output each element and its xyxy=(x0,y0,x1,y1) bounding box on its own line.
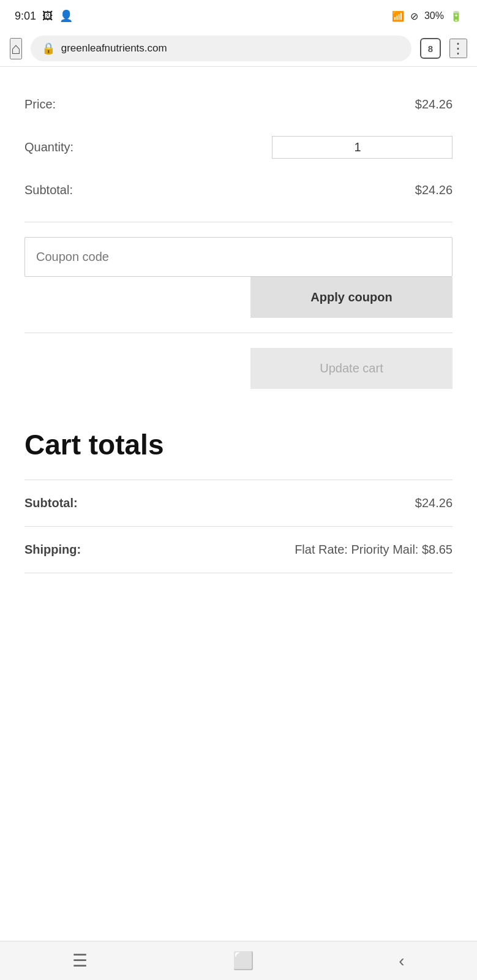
battery-percent: 30% xyxy=(424,10,444,21)
dnd-icon: ⊘ xyxy=(410,10,418,22)
update-cart-row: Update cart xyxy=(24,333,453,404)
quantity-row: Quantity: xyxy=(24,124,453,171)
coupon-button-row: Apply coupon xyxy=(24,277,453,318)
quantity-input[interactable] xyxy=(272,136,453,159)
lock-icon: 🔒 xyxy=(42,42,55,55)
subtotal-value: $24.26 xyxy=(415,183,453,197)
subtotal-row: Subtotal: $24.26 xyxy=(24,171,453,209)
totals-shipping-row: Shipping: Flat Rate: Priority Mail: $8.6… xyxy=(24,527,453,573)
price-row: Price: $24.26 xyxy=(24,85,453,124)
wifi-icon: 📶 xyxy=(392,10,404,22)
price-label: Price: xyxy=(24,97,56,111)
update-cart-button[interactable]: Update cart xyxy=(250,348,453,389)
coupon-section: Apply coupon xyxy=(24,222,453,333)
gallery-icon: 🖼 xyxy=(42,10,53,23)
status-right: 📶 ⊘ 30% 🔋 xyxy=(392,10,462,22)
cart-totals-section: Cart totals Subtotal: $24.26 Shipping: F… xyxy=(24,404,453,592)
browser-bar: ⌂ 🔒 greenleafnutrients.com 8 ⋮ xyxy=(0,31,477,67)
totals-subtotal-value: $24.26 xyxy=(415,496,453,510)
page-content: Price: $24.26 Quantity: Subtotal: $24.26… xyxy=(0,67,477,592)
url-text: greenleafnutrients.com xyxy=(61,42,167,55)
more-menu-button[interactable]: ⋮ xyxy=(449,39,467,58)
time: 9:01 xyxy=(15,10,36,23)
status-bar: 9:01 🖼 👤 📶 ⊘ 30% 🔋 xyxy=(0,0,477,31)
bottom-back-button[interactable]: ‹ xyxy=(380,945,423,977)
bottom-nav: ☰ ⬜ ‹ xyxy=(0,941,477,980)
cart-totals-title: Cart totals xyxy=(24,428,453,461)
subtotal-label: Subtotal: xyxy=(24,183,73,197)
tabs-count: 8 xyxy=(428,43,433,54)
user-icon: 👤 xyxy=(59,9,73,23)
bottom-home-button[interactable]: ⬜ xyxy=(214,944,272,977)
totals-shipping-label: Shipping: xyxy=(24,543,98,557)
quantity-label: Quantity: xyxy=(24,140,73,154)
totals-subtotal-row: Subtotal: $24.26 xyxy=(24,480,453,527)
apply-coupon-button[interactable]: Apply coupon xyxy=(250,277,453,318)
url-bar[interactable]: 🔒 greenleafnutrients.com xyxy=(31,36,411,61)
bottom-menu-button[interactable]: ☰ xyxy=(54,944,106,977)
tabs-badge[interactable]: 8 xyxy=(420,38,441,59)
price-value: $24.26 xyxy=(415,97,453,111)
totals-subtotal-label: Subtotal: xyxy=(24,496,98,510)
battery-icon: 🔋 xyxy=(450,10,462,22)
status-left: 9:01 🖼 👤 xyxy=(15,9,73,23)
coupon-input[interactable] xyxy=(24,237,453,277)
totals-shipping-value: Flat Rate: Priority Mail: $8.65 xyxy=(295,543,453,557)
totals-table: Subtotal: $24.26 Shipping: Flat Rate: Pr… xyxy=(24,480,453,573)
home-button[interactable]: ⌂ xyxy=(10,38,22,59)
